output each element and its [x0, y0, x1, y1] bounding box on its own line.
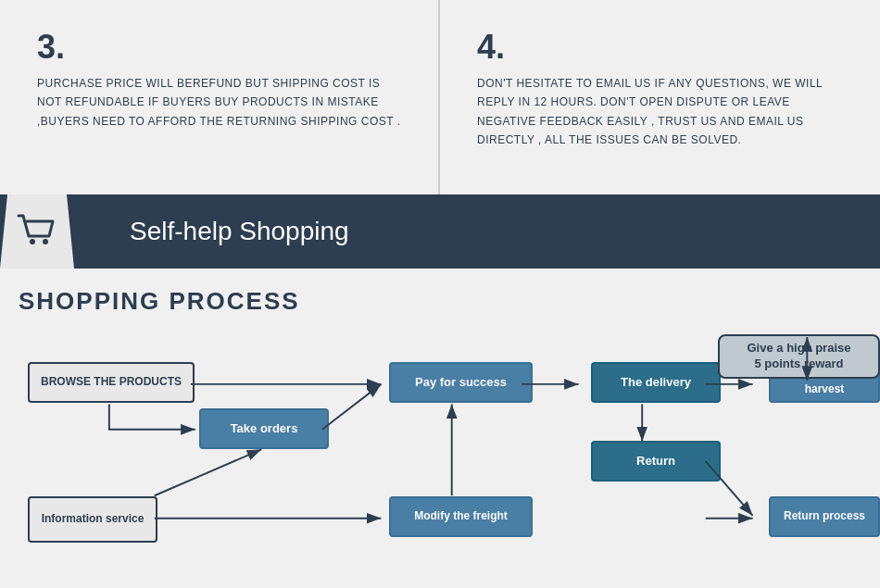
step4-text: DON'T HESITATE TO EMAIL US IF ANY QUESTI…: [477, 74, 843, 150]
flowchart: BROWSE THE PRODUCTS Take orders Pay for …: [19, 334, 861, 588]
delivery-box: The delivery: [591, 362, 721, 403]
praise-box: Give a high praise 5 points reward: [718, 334, 880, 379]
step3-panel: 3. PURCHASE PRICE WILL BEREFUND BUT SHIP…: [0, 0, 440, 194]
step3-text: PURCHASE PRICE WILL BEREFUND BUT SHIPPIN…: [37, 74, 401, 131]
process-section: SHOPPING PROCESS BROWSE THE PRODUCTS Tak…: [0, 269, 880, 588]
cart-icon-bg: [0, 194, 74, 269]
modify-box: Modify the freight: [389, 496, 533, 537]
pay-box: Pay for success: [389, 362, 533, 403]
return-process-box: Return process: [769, 496, 880, 537]
banner: Self-help Shopping: [0, 194, 880, 269]
top-section: 3. PURCHASE PRICE WILL BEREFUND BUT SHIP…: [0, 0, 880, 194]
cart-icon: [14, 208, 60, 255]
step3-number: 3.: [37, 28, 65, 67]
svg-point-1: [43, 239, 48, 244]
take-orders-box: Take orders: [199, 408, 329, 449]
browse-box: BROWSE THE PRODUCTS: [28, 362, 195, 403]
step4-number: 4.: [477, 28, 505, 67]
banner-title: Self-help Shopping: [130, 217, 349, 246]
info-box: Information service: [28, 496, 157, 543]
process-title: SHOPPING PROCESS: [19, 287, 861, 316]
return-box: Return: [591, 441, 721, 482]
step4-panel: 4. DON'T HESITATE TO EMAIL US IF ANY QUE…: [440, 0, 880, 194]
svg-point-0: [30, 239, 35, 244]
